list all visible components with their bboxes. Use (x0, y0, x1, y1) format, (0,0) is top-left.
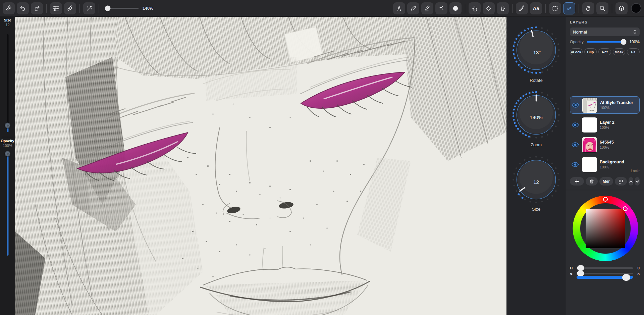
toolbar-divider (545, 4, 546, 13)
panel-divider (566, 190, 644, 190)
add-layer-button[interactable] (570, 177, 584, 186)
zoom-search-tool[interactable] (596, 2, 608, 14)
toggle-clip[interactable]: Clip (584, 48, 597, 55)
rotate-dial-label: Rotate (507, 78, 566, 83)
finger-smudge-tool[interactable] (469, 2, 481, 14)
size-dial-label: Size (507, 207, 566, 212)
move-layer-up-button[interactable] (629, 177, 633, 186)
toolbar-divider (512, 4, 513, 13)
layer-name: 645645 (600, 140, 614, 145)
zoom-dial[interactable]: 140% (510, 89, 562, 141)
pencil-tool[interactable] (407, 2, 419, 14)
layer-name: Background (600, 160, 624, 164)
toolbar-divider (579, 4, 579, 13)
eraser-tool[interactable] (483, 2, 495, 14)
hue-slider-handle[interactable] (577, 265, 584, 271)
toggle-alpha-lock[interactable]: aLock (570, 48, 583, 55)
locked-badge: Locked (631, 169, 640, 173)
artwork-sketch (15, 17, 506, 315)
wrench-icon[interactable] (3, 2, 15, 14)
redo-button[interactable] (31, 2, 43, 14)
layer-thumbnail-blank (582, 157, 597, 172)
zoom-readout: 140% (143, 6, 153, 11)
opacity-slider[interactable] (7, 152, 8, 256)
rotate-dial-value: -13° (510, 24, 562, 76)
layer-opacity: 100% (600, 145, 614, 149)
hue-slider-label: H (570, 266, 574, 270)
color-swatch[interactable] (631, 3, 641, 13)
layer-grid-button[interactable] (615, 177, 627, 186)
merge-layers-button[interactable]: Mer (599, 177, 613, 186)
chevron-up-down-icon (633, 30, 637, 34)
toolbar-divider (465, 4, 465, 13)
hue-slider[interactable] (577, 267, 633, 269)
paint-bucket-tool[interactable] (497, 2, 509, 14)
layer-opacity: 100% (600, 106, 633, 110)
top-toolbar: 140% Aa (0, 0, 644, 17)
layer-opacity-value: 100% (629, 40, 640, 44)
text-tool-label: Aa (533, 5, 539, 11)
layer-row-background[interactable]: Background 100% Locked (570, 156, 640, 173)
hue-selector[interactable] (603, 197, 608, 202)
toolbar-divider (612, 4, 612, 13)
undo-button[interactable] (17, 2, 29, 14)
brightness-slider-handle[interactable] (622, 274, 630, 281)
effects-sparkles-tool[interactable] (435, 2, 447, 14)
size-slider[interactable] (7, 34, 8, 132)
magic-wand-icon[interactable] (83, 2, 95, 14)
visibility-eye-icon[interactable] (571, 162, 579, 167)
rotate-dial[interactable]: -13° (510, 24, 562, 76)
layer-name: AI Style Transfer (600, 100, 633, 105)
toolbar-divider (99, 4, 99, 13)
saturation-brightness-square[interactable] (586, 209, 625, 248)
saturation-slider-handle[interactable] (577, 271, 584, 276)
blend-mode-value: Normal (573, 30, 587, 35)
visibility-eye-icon[interactable] (571, 142, 579, 147)
transform-tool[interactable] (563, 2, 575, 14)
brightness-slider-row (570, 276, 640, 279)
brightness-slider[interactable] (577, 276, 633, 279)
eyedropper-tool[interactable] (516, 2, 528, 14)
visibility-eye-icon[interactable] (571, 122, 579, 127)
slider-handle[interactable] (105, 5, 111, 11)
brush-size-slider[interactable]: 140% (105, 6, 153, 11)
saturation-slider-row: S 0 (570, 272, 640, 275)
select-rectangle-tool[interactable] (549, 2, 561, 14)
toggle-mask[interactable]: Mask (613, 48, 626, 55)
size-slider-value: 12 (0, 23, 15, 27)
blend-mode-select[interactable]: Normal (570, 28, 640, 36)
layers-icon[interactable] (615, 2, 628, 14)
delete-layer-button[interactable] (586, 177, 598, 186)
size-dial-value: 12 (510, 154, 562, 206)
layer-row-layer-2[interactable]: Layer 2 100% (570, 116, 640, 134)
size-dial[interactable]: 12 (510, 154, 562, 206)
shape-circle-tool[interactable] (449, 2, 462, 14)
move-layer-down-button[interactable] (635, 177, 640, 186)
canvas[interactable] (15, 17, 506, 315)
marker-tool[interactable] (421, 2, 433, 14)
layer-thumbnail-blank (582, 117, 597, 133)
saturation-slider-label: S (570, 272, 574, 275)
visibility-eye-icon[interactable] (572, 103, 580, 108)
paint-style-icon[interactable] (64, 2, 76, 14)
size-slider-handle[interactable] (5, 123, 10, 128)
layer-opacity: 100% (600, 125, 614, 129)
pan-hand-tool[interactable] (582, 2, 594, 14)
slider-track[interactable] (105, 8, 139, 9)
opacity-slider-handle[interactable] (5, 151, 10, 157)
adjustments-icon[interactable] (50, 2, 62, 14)
toggle-fx[interactable]: FX (627, 48, 640, 55)
saturation-slider-value: 0 (636, 272, 640, 275)
layer-row-645645[interactable]: 645645 100% (570, 136, 640, 153)
layer-opacity-label: Opacity (570, 40, 584, 44)
layer-opacity-handle[interactable] (621, 39, 626, 45)
text-tool[interactable]: Aa (530, 2, 542, 14)
layer-row-ai-style-transfer[interactable]: AI Style Transfer 100% (570, 96, 640, 114)
merge-label: Mer (603, 179, 610, 184)
brush-tool[interactable] (393, 2, 405, 14)
color-picker (570, 196, 640, 261)
layer-opacity-slider[interactable] (587, 41, 627, 43)
layers-panel-title: LAYERS (570, 20, 640, 24)
sv-selector[interactable] (623, 206, 628, 211)
toggle-ref[interactable]: Ref (598, 48, 611, 55)
